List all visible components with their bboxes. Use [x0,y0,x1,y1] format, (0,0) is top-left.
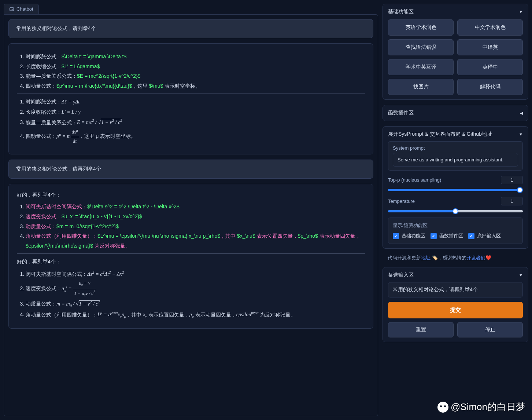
alt-input-header[interactable]: 备选输入区 ▼ [388,272,523,278]
system-prompt-input[interactable] [393,153,518,167]
alt-input-field[interactable] [388,282,523,297]
chevron-left-icon: ◀ [520,111,523,116]
chevron-down-icon: ▼ [519,10,523,14]
checkbox-plugin-functions[interactable]: ✓函数插件区 [431,233,463,239]
fn-grammar-check-button[interactable]: 查找语法错误 [388,39,454,55]
sysprompt-panel-header[interactable]: 展开SysPrompt & 交互界面布局 & Github地址 ▼ [388,131,523,138]
temperature-value: 1 [501,197,523,205]
fn-en-to-zh-button[interactable]: 英译中 [457,59,523,75]
plugin-panel: 函数插件区 ◀ [383,105,528,121]
fn-academic-translate-button[interactable]: 学术中英互译 [388,59,454,75]
chatbot-tab[interactable]: Chatbot [4,4,39,14]
chat-log: 常用的狭义相对论公式，请列举4个 时间膨胀公式：$\Delta t' = \ga… [4,14,378,416]
tab-label: Chatbot [16,6,33,12]
system-prompt-label: System prompt [393,145,518,151]
check-icon: ✓ [393,233,399,239]
stop-button[interactable]: 停止 [457,322,523,337]
check-icon: ✓ [468,233,474,239]
user-text: 常用的狭义相对论公式，请再列举4个 [16,166,101,172]
assistant-message: 好的，再列举4个： 闵可夫斯基时空间隔公式：$\Delta s^2 = c^2 … [8,184,373,329]
visibility-label: 显示/隐藏功能区 [393,222,518,229]
top-p-slider[interactable] [388,189,523,191]
fn-zh-to-en-button[interactable]: 中译英 [457,39,523,55]
chevron-down-icon: ▼ [519,273,523,277]
submit-button[interactable]: 提交 [388,302,523,318]
svg-point-2 [12,9,12,9]
sysprompt-panel: 展开SysPrompt & 交互界面布局 & Github地址 ▼ System… [383,126,528,249]
top-p-value: 1 [501,176,523,184]
weibo-icon [437,402,448,413]
plugin-panel-header[interactable]: 函数插件区 ◀ [388,110,523,116]
svg-rect-0 [10,7,14,10]
user-text: 常用的狭义相对论公式，请列举4个 [16,25,96,31]
temperature-label: Temperature [388,198,415,204]
checkbox-bottom-input[interactable]: ✓底部输入区 [468,233,501,239]
source-link-line: 代码开源和更新地址 🏷️，感谢热情的开发者们❤️ [383,254,528,262]
chat-column: Chatbot 常用的狭义相对论公式，请列举4个 时间膨胀公式：$\Delta … [4,4,378,416]
user-message: 常用的狭义相对论公式，请再列举4个 [8,160,373,179]
top-p-label: Top-p (nucleus sampling) [388,177,441,183]
watermark: @Simon的白日梦 [437,401,525,413]
basic-functions-header[interactable]: 基础功能区 ▼ [388,8,523,15]
fn-chinese-polish-button[interactable]: 中文学术润色 [457,19,523,36]
developers-link[interactable]: 开发者们 [466,255,485,260]
basic-functions-panel: 基础功能区 ▼ 英语学术润色 中文学术润色 查找语法错误 中译英 学术中英互译 … [383,4,528,100]
control-column: 基础功能区 ▼ 英语学术润色 中文学术润色 查找语法错误 中译英 学术中英互译 … [383,4,528,416]
reset-button[interactable]: 重置 [388,322,454,337]
temperature-slider[interactable] [388,210,523,212]
alt-input-panel: 备选输入区 ▼ 提交 重置 停止 [383,267,528,342]
chatbot-icon [9,7,14,12]
assistant-message: 时间膨胀公式：$\Delta t' = \gamma \Delta t$ 长度收… [8,43,373,154]
fn-explain-code-button[interactable]: 解释代码 [457,79,523,95]
checkbox-basic-functions[interactable]: ✓基础功能区 [393,233,425,239]
chevron-down-icon: ▼ [519,132,523,136]
source-link[interactable]: 地址 [421,255,431,260]
fn-english-polish-button[interactable]: 英语学术润色 [388,19,454,36]
fn-find-image-button[interactable]: 找图片 [388,79,454,95]
user-message: 常用的狭义相对论公式，请列举4个 [8,19,373,38]
check-icon: ✓ [431,233,437,239]
svg-point-1 [11,9,11,9]
